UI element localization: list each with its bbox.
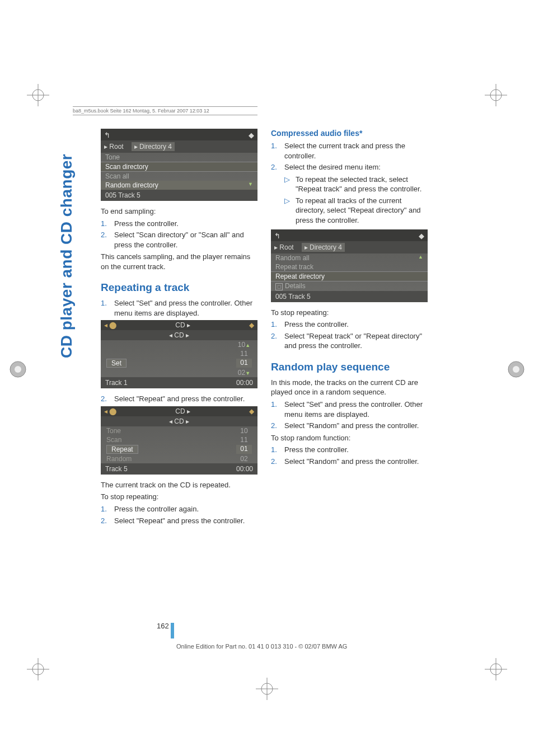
idrive-screenshot-repeat: ◂ ⬤CD ▸◆ ◂ CD ▸ Tone10 Scan11 Repeat01 R… (101, 406, 257, 475)
step-item: 2.Select "Repeat track" or "Repeat direc… (271, 331, 428, 351)
step-text: Select "Random" and press the controller… (284, 457, 419, 467)
track-number: 01 (236, 445, 252, 454)
menu-item-repeat-track: Repeat track (271, 262, 428, 271)
track-number: 11 (236, 436, 252, 444)
breadcrumb-directory: ▸ Directory 4 (132, 142, 175, 151)
cd-sublabel: ◂ CD ▸ (101, 330, 257, 340)
idrive-screenshot-scan: ↰◆ ▸ Root▸ Directory 4 Tone Scan directo… (101, 129, 257, 201)
breadcrumb-directory: ▸ Directory 4 (302, 243, 345, 252)
chevron-up-icon: ▲ (418, 254, 423, 262)
step-number: 2. (271, 421, 279, 431)
menu-item-repeat: Repeat (106, 445, 138, 454)
body-text: To stop repeating: (271, 308, 428, 318)
menu-item-set: Set (106, 359, 127, 368)
step-text: Press the controller. (284, 320, 349, 330)
breadcrumb-root: ▸ Root (104, 143, 124, 151)
step-text: Select "Repeat" and press the controller… (114, 394, 245, 404)
step-item: 2.Select "Repeat" and press the controll… (101, 516, 257, 526)
step-text: Select the current track and press the c… (284, 141, 428, 161)
step-number: 2. (101, 394, 109, 404)
menu-item-details: ◻Details (271, 281, 428, 290)
cd-sublabel: ◂ CD ▸ (101, 416, 257, 426)
step-item: 2.Select "Random" and press the controll… (271, 421, 428, 431)
chevron-down-icon: ▼ (248, 181, 253, 189)
step-number: 1. (101, 298, 109, 318)
crop-mark-icon (256, 678, 278, 700)
step-number: 1. (101, 504, 109, 514)
track-number: 11 (236, 350, 252, 358)
crop-mark-icon (7, 358, 29, 381)
track-number: 02▼ (236, 369, 252, 377)
body-text: To stop repeating: (101, 492, 257, 502)
back-icon: ↰ (104, 131, 110, 139)
chevron-up-icon: ▲ (245, 342, 250, 348)
step-item: 1.Press the controller again. (101, 504, 257, 514)
step-text: Press the controller again. (114, 504, 199, 514)
step-text: Select "Set" and press the controller. O… (114, 298, 257, 318)
track-indicator: Track 1 (105, 379, 128, 387)
menu-item-tone: Tone (101, 153, 257, 162)
body-text: This cancels sampling, and the player re… (101, 252, 257, 271)
step-item: 1.Select the current track and press the… (271, 141, 428, 161)
right-column: Compressed audio files* 1.Select the cur… (271, 129, 428, 528)
body-text: In this mode, the tracks on the current … (271, 378, 428, 397)
accent-bar (171, 623, 174, 638)
section-heading-repeating: Repeating a track (101, 281, 257, 294)
step-item: 1.Press the controller. (271, 445, 428, 455)
step-item: 1.Select "Set" and press the controller.… (271, 400, 428, 419)
menu-item-random: Random (106, 455, 132, 463)
track-number: 10 (236, 427, 252, 435)
sub-bullet: ▷To repeat all tracks of the current dir… (284, 196, 428, 226)
breadcrumb-root: ▸ Root (274, 243, 294, 251)
menu-item-repeat-directory: Repeat directory (271, 271, 428, 281)
step-number: 1. (101, 219, 109, 229)
menu-item-scan-all: Scan all (101, 172, 257, 181)
step-text: Select "Repeat" and press the controller… (114, 516, 245, 526)
footer-copyright: Online Edition for Part no. 01 41 0 013 … (176, 643, 347, 650)
step-item: 2.Select "Scan directory" or "Scan all" … (101, 230, 257, 250)
step-text: Press the controller. (284, 445, 349, 455)
step-text: Select the desired menu item: (284, 163, 381, 171)
step-item: 2. Select the desired menu item: ▷To rep… (271, 162, 428, 227)
cd-label: CD ▸ (175, 407, 190, 415)
right-glyph: ◆ (246, 321, 257, 329)
track-number: 01 (236, 359, 252, 368)
crop-mark-icon (485, 658, 507, 680)
menu-item-random-directory: Random directory▼ (101, 181, 257, 190)
track-indicator: Track 5 (105, 465, 128, 473)
left-glyph: ◂ ⬤ (101, 321, 120, 329)
step-text: Select "Repeat track" or "Repeat directo… (284, 331, 428, 351)
print-header: ba8_m5us.book Seite 162 Montag, 5. Febru… (73, 106, 257, 115)
dot-icon: ◆ (419, 232, 424, 240)
track-number: 10▲ (236, 341, 252, 349)
triangle-bullet-icon: ▷ (284, 196, 290, 226)
step-text: Press the controller. (114, 219, 179, 229)
idrive-screenshot-set: ◂ ⬤CD ▸◆ ◂ CD ▸ 10▲ 11 Set01 02▼ Track 1… (101, 320, 257, 388)
step-item: 2.Select "Repeat" and press the controll… (101, 394, 257, 404)
step-text: Select "Set" and press the controller. O… (284, 400, 428, 419)
bullet-text: To repeat the selected track, select "Re… (296, 175, 428, 194)
time-indicator: 00:00 (236, 379, 253, 387)
crop-mark-icon (505, 358, 527, 381)
step-number: 2. (271, 331, 279, 351)
right-glyph: ◆ (246, 407, 257, 415)
step-item: 1.Select "Set" and press the controller.… (101, 298, 257, 318)
body-text: The current track on the CD is repeated. (101, 480, 257, 490)
step-item: 1.Press the controller. (101, 219, 257, 229)
step-number: 1. (271, 141, 279, 161)
menu-item-tone: Tone (106, 427, 121, 435)
side-tab-title: CD player and CD changer (56, 123, 77, 358)
crop-mark-icon (485, 84, 507, 106)
track-indicator: 005 Track 5 (105, 191, 140, 199)
idrive-screenshot-repeat-dir: ↰◆ ▸ Root▸ Directory 4 Random all▲ Repea… (271, 229, 428, 302)
section-heading-random: Random play sequence (271, 361, 428, 373)
triangle-bullet-icon: ▷ (284, 175, 290, 194)
step-number: 1. (271, 320, 279, 330)
step-number: 2. (101, 516, 109, 526)
menu-item-scan: Scan (106, 436, 121, 444)
sub-bullet: ▷To repeat the selected track, select "R… (284, 175, 428, 194)
svg-point-13 (15, 366, 21, 373)
menu-item-random-all: Random all▲ (271, 253, 428, 262)
body-text: To end sampling: (101, 206, 257, 217)
time-indicator: 00:00 (236, 465, 253, 473)
